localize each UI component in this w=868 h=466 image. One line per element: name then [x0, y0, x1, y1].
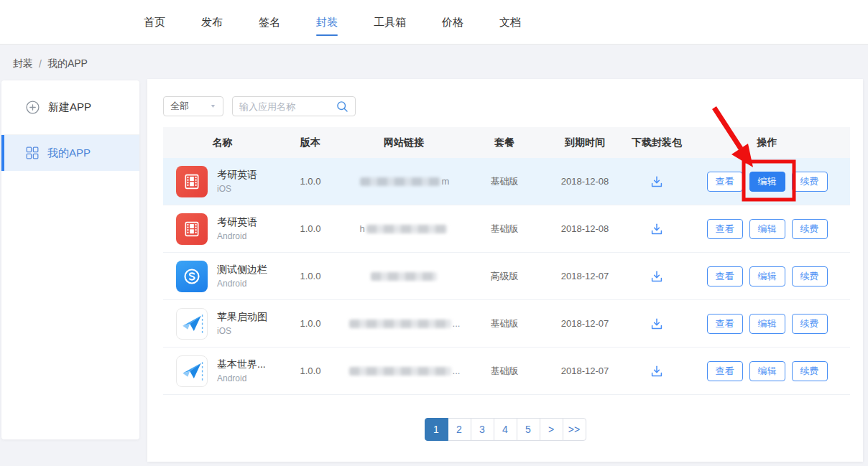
nav-item-signature[interactable]: 签名	[259, 0, 280, 45]
app-expire-date: 2018-12-07	[540, 365, 629, 376]
download-button[interactable]	[648, 173, 665, 190]
app-platform: iOS	[217, 326, 267, 336]
sidebar-item-my-app[interactable]: 我的APP	[1, 135, 139, 171]
view-button[interactable]: 查看	[707, 266, 743, 286]
nav-item-docs[interactable]: 文档	[499, 0, 521, 45]
table-header-row: 名称 版本 网站链接 套餐 到期时间 下载封装包 操作	[163, 127, 850, 158]
nav-item-toolbox[interactable]: 工具箱	[374, 0, 406, 45]
grid-icon	[26, 146, 39, 159]
app-name: 考研英语	[217, 216, 257, 229]
paper-bird-icon	[176, 308, 208, 340]
app-package: 基础版	[468, 175, 540, 188]
app-expire-date: 2018-12-07	[540, 318, 629, 329]
view-button[interactable]: 查看	[707, 172, 743, 192]
col-header-package: 套餐	[468, 136, 540, 149]
download-button[interactable]	[648, 220, 665, 238]
download-icon	[650, 317, 664, 331]
table-row: 苹果启动图 iOS 1.0.0 ... 基础版 2018-12-07 查看 编辑…	[163, 300, 850, 348]
app-expire-date: 2018-12-08	[540, 223, 629, 234]
app-version: 1.0.0	[282, 223, 339, 234]
app-package: 高级版	[468, 270, 540, 283]
download-button[interactable]	[648, 315, 665, 332]
col-header-version: 版本	[282, 136, 339, 149]
page-button-3[interactable]: 3	[471, 418, 494, 441]
download-button[interactable]	[648, 363, 665, 380]
edit-button[interactable]: 编辑	[749, 314, 785, 334]
sidebar-item-label: 新建APP	[48, 101, 91, 114]
app-name: 基本世界...	[217, 358, 266, 371]
renew-button[interactable]: 续费	[792, 219, 828, 239]
renew-button[interactable]: 续费	[792, 266, 828, 286]
col-header-name: 名称	[163, 136, 282, 149]
app-version: 1.0.0	[282, 318, 339, 329]
nav-item-publish[interactable]: 发布	[201, 0, 223, 45]
app-platform: Android	[217, 279, 267, 289]
renew-button[interactable]: 续费	[792, 314, 828, 334]
col-header-actions: 操作	[684, 136, 850, 149]
pagination: 1 2 3 4 5 > >>	[147, 418, 863, 441]
filter-row: 全部 ▼	[163, 96, 863, 116]
app-url: m	[339, 176, 468, 187]
download-icon	[650, 174, 664, 189]
breadcrumb-section[interactable]: 封装	[13, 57, 33, 70]
search-icon[interactable]	[336, 101, 348, 113]
blurred-url	[349, 320, 451, 328]
last-page-button[interactable]: >>	[563, 418, 586, 441]
category-dropdown[interactable]: 全部 ▼	[163, 96, 223, 116]
table-row: 考研英语 Android 1.0.0 h 基础版 2018-12-08 查看 编…	[163, 205, 850, 253]
col-header-url: 网站链接	[339, 136, 468, 149]
app-platform: iOS	[217, 184, 257, 194]
app-expire-date: 2018-12-08	[540, 176, 629, 187]
page-button-4[interactable]: 4	[494, 418, 517, 441]
table-row: 考研英语 iOS 1.0.0 m 基础版 2018-12-08 查看 编辑 续费	[163, 158, 850, 205]
chevron-down-icon: ▼	[210, 103, 216, 109]
view-button[interactable]: 查看	[707, 219, 743, 239]
app-name: 苹果启动图	[217, 311, 267, 324]
page-button-1[interactable]: 1	[425, 418, 448, 441]
download-icon	[650, 364, 664, 378]
app-version: 1.0.0	[282, 271, 339, 281]
top-nav-bar: 首页 发布 签名 封装 工具箱 价格 文档	[0, 0, 868, 45]
nav-item-pricing[interactable]: 价格	[442, 0, 463, 45]
download-button[interactable]	[648, 268, 665, 285]
plus-circle-icon	[26, 101, 40, 114]
url-fragment: ...	[453, 365, 461, 376]
view-button[interactable]: 查看	[707, 314, 743, 334]
app-platform: Android	[217, 231, 257, 241]
table-row: 基本世界... Android 1.0.0 ... 基础版 2018-12-07…	[163, 348, 850, 395]
edit-button[interactable]: 编辑	[749, 172, 785, 192]
table-row: 测试侧边栏 Android 1.0.0 高级版 2018-12-07 查看 编辑	[163, 253, 850, 300]
url-fragment: h	[359, 223, 364, 234]
edit-button[interactable]: 编辑	[749, 361, 785, 381]
page-button-5[interactable]: 5	[517, 418, 540, 441]
apps-table: 名称 版本 网站链接 套餐 到期时间 下载封装包 操作 考研英语 iOS 1.0…	[163, 127, 850, 395]
sidebar-item-new-app[interactable]: 新建APP	[1, 80, 139, 135]
renew-button[interactable]: 续费	[792, 172, 828, 192]
app-url	[339, 272, 468, 281]
app-expire-date: 2018-12-07	[540, 271, 629, 281]
breadcrumb-current: 我的APP	[47, 57, 88, 70]
edit-button[interactable]: 编辑	[749, 266, 785, 286]
blurred-url	[366, 225, 447, 233]
app-url: ...	[339, 365, 468, 376]
nav-item-package[interactable]: 封装	[316, 0, 338, 45]
breadcrumb-separator: /	[39, 58, 42, 70]
app-package: 基础版	[468, 223, 540, 236]
sidebar-item-label: 我的APP	[47, 146, 91, 160]
col-header-expire: 到期时间	[540, 136, 629, 149]
paper-bird-icon	[176, 355, 208, 387]
next-page-button[interactable]: >	[540, 418, 563, 441]
renew-button[interactable]: 续费	[792, 361, 828, 381]
search-input[interactable]	[239, 101, 336, 112]
blurred-url	[371, 272, 437, 281]
blurred-url	[349, 367, 451, 376]
nav-item-home[interactable]: 首页	[144, 0, 165, 45]
view-button[interactable]: 查看	[707, 361, 743, 381]
download-icon	[650, 222, 664, 236]
edit-button[interactable]: 编辑	[749, 219, 785, 239]
sidebar: 新建APP 我的APP	[1, 80, 139, 439]
page-button-2[interactable]: 2	[448, 418, 471, 441]
url-fragment: m	[442, 176, 450, 187]
film-reel-icon	[176, 213, 208, 245]
film-reel-icon	[176, 166, 208, 197]
